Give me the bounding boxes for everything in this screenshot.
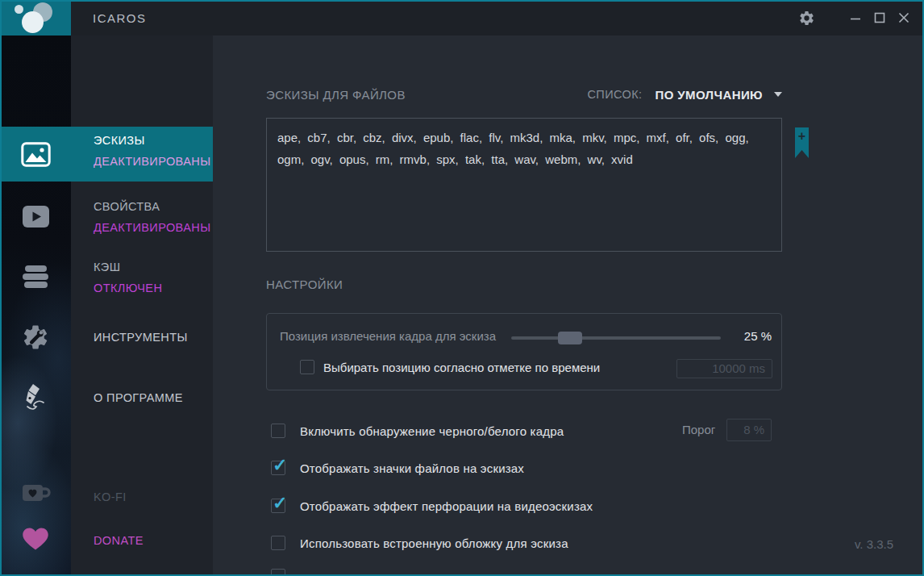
plus-icon: + (795, 127, 809, 145)
sidebar-item-donate[interactable]: DONATE (71, 530, 213, 551)
add-bookmark-button[interactable]: + (795, 127, 809, 158)
maximize-button[interactable] (868, 0, 892, 35)
sidebar-item-label: KO-FI (94, 486, 213, 507)
partial-checkbox[interactable] (271, 569, 285, 576)
settings-title: НАСТРОЙКИ (266, 278, 343, 291)
sidebar-item-properties[interactable]: СВОЙСТВА ДЕАКТИВИРОВАНЫ (71, 196, 213, 238)
main-panel: ЭСКИЗЫ ДЛЯ ФАЙЛОВ СПИСОК: ПО УМОЛЧАНИЮ a… (213, 35, 924, 576)
sidebar-item-status: ДЕАКТИВИРОВАНЫ (94, 151, 213, 172)
titlebar-controls (790, 0, 924, 35)
slider-track[interactable] (511, 336, 721, 340)
file-types-header: ЭСКИЗЫ ДЛЯ ФАЙЛОВ СПИСОК: ПО УМОЛЧАНИЮ (266, 86, 782, 103)
check-icon (273, 493, 287, 514)
image-icon[interactable] (0, 131, 71, 177)
app-logo-icon (0, 0, 71, 35)
sidebar-item-thumbnails[interactable]: ЭСКИЗЫ ДЕАКТИВИРОВАНЫ (71, 130, 213, 172)
threshold-field[interactable]: 8 % (726, 419, 772, 441)
timestamp-label: Выбирать позицию согласно отметке по вре… (323, 361, 600, 374)
timestamp-ms-field[interactable]: 10000 ms (676, 359, 772, 378)
option-label: Использовать встроенную обложку для эски… (300, 536, 568, 550)
sidebar-item-kofi[interactable]: KO-FI (71, 486, 213, 507)
sidebar-item-label: ЭСКИЗЫ (94, 130, 213, 151)
extensions-textarea[interactable]: ape, cb7, cbr, cbz, divx, epub, flac, fl… (266, 118, 782, 252)
heart-icon[interactable] (0, 516, 71, 561)
option-label: Отображать значки файлов на эскизах (300, 461, 524, 475)
logo-bubble-small (15, 5, 23, 14)
sidebar-item-tools[interactable]: ИНСТРУМЕНТЫ (71, 327, 213, 348)
chevron-down-icon (774, 92, 782, 97)
sidebar-item-label: СВОЙСТВА (94, 196, 213, 217)
sidebar-item-about[interactable]: О ПРОГРАММЕ (71, 387, 213, 408)
tools-icon[interactable] (0, 315, 71, 360)
sidebar-item-label: DONATE (94, 530, 213, 551)
option-label: Включить обнаружение черного/белого кадр… (300, 424, 564, 438)
sidebar-item-label: КЭШ (94, 257, 213, 278)
sidebar-item-cache[interactable]: КЭШ ОТКЛЮЧЕН (71, 257, 213, 298)
list-dropdown[interactable]: СПИСОК: ПО УМОЛЧАНИЮ (587, 88, 782, 102)
icon-rail (0, 35, 71, 576)
settings-group-box: Позиция извлечения кадра для эскиза 25 %… (266, 313, 782, 390)
sidebar-item-status: ДЕАКТИВИРОВАНЫ (94, 217, 213, 238)
timestamp-checkbox[interactable] (300, 360, 314, 374)
option-row-sprocket: Отображать эффект перфорации на видеоэск… (271, 495, 593, 517)
video-icon[interactable] (0, 194, 71, 239)
coffee-cup-icon[interactable] (0, 471, 71, 516)
list-label: СПИСОК: (587, 88, 642, 101)
slider-value: 25 % (744, 329, 772, 343)
list-selected-value: ПО УМОЛЧАНИЮ (655, 88, 763, 102)
frame-position-label: Позиция извлечения кадра для эскиза (280, 329, 496, 343)
bw-detection-checkbox[interactable] (271, 424, 285, 438)
sidebar-item-label: ИНСТРУМЕНТЫ (94, 327, 213, 348)
titlebar: ICAROS (0, 0, 924, 35)
option-label: Отображать эффект перфорации на видеоэск… (300, 499, 593, 513)
check-icon (273, 455, 287, 476)
sidebar-menu: ЭСКИЗЫ ДЕАКТИВИРОВАНЫ СВОЙСТВА ДЕАКТИВИР… (71, 35, 213, 576)
settings-gear-icon[interactable] (790, 0, 822, 35)
app-title: ICAROS (93, 11, 147, 25)
threshold-label: Порог (682, 423, 715, 436)
close-button[interactable] (892, 0, 916, 35)
minimize-button[interactable] (843, 0, 868, 35)
stack-icon[interactable] (0, 254, 71, 299)
sidebar-item-label: О ПРОГРАММЕ (94, 387, 213, 408)
pen-icon[interactable] (0, 374, 71, 419)
sidebar-item-status: ОТКЛЮЧЕН (94, 278, 213, 298)
option-row-bw-detection: Включить обнаружение черного/белого кадр… (271, 419, 564, 442)
app-window: ICAROS (0, 0, 924, 576)
sprocket-checkbox[interactable] (271, 499, 285, 513)
embedded-cover-checkbox[interactable] (271, 536, 285, 550)
option-row-embedded-cover: Использовать встроенную обложку для эски… (271, 532, 568, 554)
file-types-title: ЭСКИЗЫ ДЛЯ ФАЙЛОВ (266, 88, 406, 102)
frame-position-slider[interactable] (511, 332, 721, 344)
option-row-file-icons: Отображать значки файлов на эскизах (271, 457, 524, 479)
version-label: v. 3.3.5 (855, 537, 893, 551)
slider-handle[interactable] (558, 332, 582, 344)
file-icons-checkbox[interactable] (271, 461, 285, 475)
logo-bubble-large (22, 11, 44, 33)
